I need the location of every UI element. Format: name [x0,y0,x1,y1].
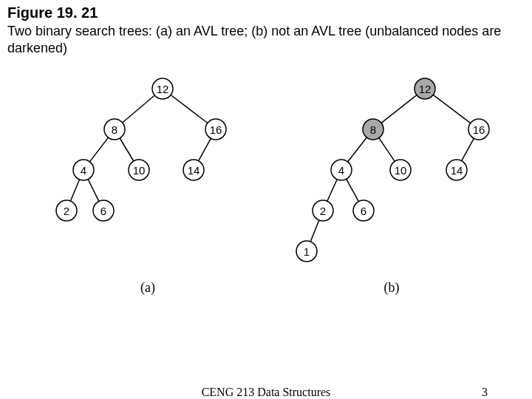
tree-edge [70,180,79,201]
tree-node: 14 [183,160,204,180]
subfigure-label: (a) [140,280,155,296]
tree-node: 6 [353,200,374,221]
tree-edge [120,138,134,161]
tree-node: 16 [468,119,489,140]
tree-node: 12 [415,78,435,99]
tree-edge [462,138,474,160]
tree-node: 1 [296,241,317,262]
tree-edge [433,95,471,123]
svg-text:8: 8 [370,123,376,136]
footer-course: CENG 213 Data Structures [0,386,532,399]
tree-node: 16 [205,119,226,140]
tree-diagram: 128164101426(a)1281641014261(b) [0,59,532,325]
tree-edge [379,138,395,162]
tree-edge [381,95,417,123]
tree-edge [89,137,108,162]
tree-node: 4 [331,160,352,180]
svg-text:2: 2 [64,205,69,217]
tree-node: 12 [152,78,173,99]
diagram-area: 128164101426(a)1281641014261(b) [0,59,532,355]
tree-edge [123,95,155,123]
tree-edge [327,180,337,202]
tree-node: 6 [93,200,114,221]
tree-node: 8 [363,119,383,140]
svg-text:12: 12 [419,83,432,95]
tree-node: 2 [313,200,333,221]
footer-page-number: 3 [482,386,488,399]
svg-text:10: 10 [133,164,146,177]
svg-text:14: 14 [188,164,200,177]
svg-text:6: 6 [361,205,366,217]
figure-caption: Two binary search trees: (a) an AVL tree… [0,23,532,59]
tree-edge [199,138,211,160]
tree-node: 10 [129,160,149,180]
svg-text:1: 1 [304,245,310,258]
svg-text:2: 2 [320,205,326,217]
tree-edge [348,137,367,162]
subfigure-label: (b) [384,280,400,296]
tree-node: 8 [104,119,125,140]
svg-text:6: 6 [100,205,106,217]
tree-node: 14 [446,160,467,180]
tree-edge [171,95,208,123]
tree-edge [310,220,319,242]
svg-text:4: 4 [338,164,344,177]
tree-node: 4 [73,160,94,180]
tree-node: 10 [390,160,411,180]
svg-text:4: 4 [81,164,86,177]
tree-node: 2 [56,200,77,221]
tree-edge [347,179,359,201]
svg-text:16: 16 [473,123,485,136]
svg-text:14: 14 [451,164,463,177]
tree-edge [88,180,99,202]
svg-text:16: 16 [210,123,222,136]
svg-text:8: 8 [112,123,117,136]
svg-text:10: 10 [395,164,407,177]
svg-text:12: 12 [157,83,169,95]
figure-title: Figure 19. 21 [0,0,532,23]
